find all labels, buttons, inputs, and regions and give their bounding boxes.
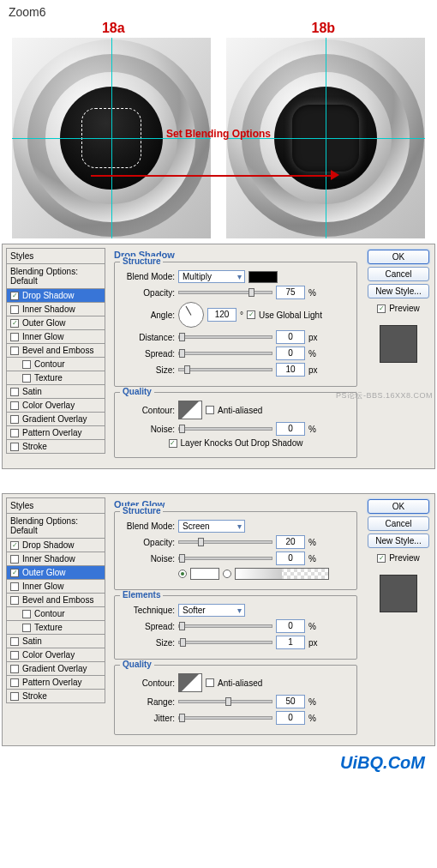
distance-input[interactable]: 0: [276, 330, 305, 344]
blend-mode-select[interactable]: Screen: [178, 520, 245, 533]
styles-header[interactable]: Styles: [6, 497, 105, 514]
anti-aliased-checkbox[interactable]: [206, 678, 214, 687]
preview-checkbox[interactable]: [377, 304, 386, 313]
opacity-slider[interactable]: [178, 540, 272, 544]
gradient-radio[interactable]: [223, 570, 231, 578]
arrow-line: [91, 175, 334, 177]
layer-knocks-out-checkbox[interactable]: [169, 439, 177, 448]
style-bevel-emboss[interactable]: Bevel and Emboss: [6, 343, 105, 358]
checkbox-icon[interactable]: [22, 610, 31, 618]
style-inner-shadow[interactable]: Inner Shadow: [6, 552, 105, 566]
style-texture[interactable]: Texture: [6, 620, 105, 635]
spread-slider[interactable]: [178, 624, 272, 628]
cancel-button[interactable]: Cancel: [368, 267, 429, 281]
blend-mode-select[interactable]: Multiply: [178, 270, 245, 283]
range-slider[interactable]: [178, 700, 272, 703]
checkbox-icon[interactable]: [10, 443, 19, 451]
checkbox-icon[interactable]: [10, 637, 19, 646]
style-outer-glow[interactable]: Outer Glow: [6, 565, 105, 580]
noise-slider[interactable]: [178, 427, 272, 431]
angle-input[interactable]: 120: [207, 308, 236, 322]
style-bevel-emboss[interactable]: Bevel and Emboss: [6, 593, 105, 607]
checkbox-icon[interactable]: [10, 415, 19, 424]
zoom-label: Zoom6: [9, 3, 428, 21]
style-outer-glow[interactable]: Outer Glow: [6, 316, 105, 330]
checkbox-icon[interactable]: [10, 541, 19, 550]
style-texture[interactable]: Texture: [6, 371, 105, 385]
color-radio[interactable]: [178, 570, 187, 578]
contour-picker[interactable]: [178, 673, 202, 692]
checkbox-icon[interactable]: [10, 333, 19, 341]
size-input[interactable]: 1: [276, 636, 305, 649]
cancel-button[interactable]: Cancel: [368, 516, 429, 531]
style-gradient-overlay[interactable]: Gradient Overlay: [6, 412, 105, 426]
noise-slider[interactable]: [178, 557, 272, 560]
style-contour[interactable]: Contour: [6, 606, 105, 621]
checkbox-icon[interactable]: [10, 651, 19, 660]
checkbox-icon[interactable]: [10, 429, 19, 437]
checkbox-icon[interactable]: [22, 624, 31, 632]
jitter-slider[interactable]: [178, 716, 272, 720]
spread-input[interactable]: 0: [276, 347, 305, 360]
anti-aliased-checkbox[interactable]: [206, 406, 214, 414]
style-pattern-overlay[interactable]: Pattern Overlay: [6, 425, 105, 440]
style-stroke[interactable]: Stroke: [6, 689, 105, 703]
checkbox-icon[interactable]: [10, 569, 19, 577]
checkbox-icon[interactable]: [22, 374, 31, 383]
checkbox-icon[interactable]: [10, 305, 19, 314]
style-contour[interactable]: Contour: [6, 357, 105, 371]
style-color-overlay[interactable]: Color Overlay: [6, 398, 105, 413]
noise-input[interactable]: 0: [276, 552, 305, 565]
checkbox-icon[interactable]: [10, 388, 19, 396]
checkbox-icon[interactable]: [10, 401, 19, 410]
spread-input[interactable]: 0: [276, 619, 305, 633]
style-inner-glow[interactable]: Inner Glow: [6, 329, 105, 344]
jitter-input[interactable]: 0: [276, 711, 305, 725]
use-global-light-checkbox[interactable]: [247, 310, 255, 319]
style-drop-shadow[interactable]: Drop Shadow: [6, 288, 105, 303]
checkbox-icon[interactable]: [10, 555, 19, 564]
gradient-swatch[interactable]: [235, 568, 329, 580]
style-stroke[interactable]: Stroke: [6, 439, 105, 454]
distance-slider[interactable]: [178, 335, 272, 339]
size-slider[interactable]: [178, 368, 272, 371]
angle-dial[interactable]: [178, 302, 204, 328]
contour-picker[interactable]: [178, 401, 202, 419]
opacity-slider[interactable]: [178, 291, 272, 294]
checkbox-icon[interactable]: [10, 582, 19, 591]
size-slider[interactable]: [178, 641, 272, 644]
checkbox-icon[interactable]: [10, 596, 19, 605]
style-inner-glow[interactable]: Inner Glow: [6, 579, 105, 594]
checkbox-icon[interactable]: [10, 292, 19, 300]
glow-color-swatch[interactable]: [190, 568, 219, 580]
checkbox-icon[interactable]: [10, 692, 19, 701]
checkbox-icon[interactable]: [10, 665, 19, 673]
checkbox-icon[interactable]: [10, 347, 19, 355]
ok-button[interactable]: OK: [368, 499, 429, 514]
checkbox-icon[interactable]: [22, 360, 31, 369]
style-drop-shadow[interactable]: Drop Shadow: [6, 538, 105, 552]
style-gradient-overlay[interactable]: Gradient Overlay: [6, 661, 105, 676]
checkbox-icon[interactable]: [10, 319, 19, 328]
opacity-input[interactable]: 20: [276, 535, 305, 549]
blending-options-item[interactable]: Blending Options: Default: [6, 263, 105, 289]
technique-select[interactable]: Softer: [178, 604, 245, 617]
style-color-overlay[interactable]: Color Overlay: [6, 648, 105, 662]
styles-header[interactable]: Styles: [6, 248, 105, 264]
spread-slider[interactable]: [178, 352, 272, 355]
style-pattern-overlay[interactable]: Pattern Overlay: [6, 675, 105, 690]
opacity-input[interactable]: 75: [276, 286, 305, 299]
style-satin[interactable]: Satin: [6, 634, 105, 648]
size-input[interactable]: 10: [276, 363, 305, 377]
new-style-button[interactable]: New Style...: [368, 533, 429, 548]
style-satin[interactable]: Satin: [6, 384, 105, 399]
checkbox-icon[interactable]: [10, 678, 19, 687]
ok-button[interactable]: OK: [368, 250, 429, 264]
range-input[interactable]: 50: [276, 695, 305, 708]
noise-input[interactable]: 0: [276, 422, 305, 436]
color-swatch[interactable]: [248, 271, 278, 283]
preview-checkbox[interactable]: [377, 554, 386, 563]
new-style-button[interactable]: New Style...: [368, 284, 429, 298]
blending-options-item[interactable]: Blending Options: Default: [6, 513, 105, 539]
style-inner-shadow[interactable]: Inner Shadow: [6, 302, 105, 316]
